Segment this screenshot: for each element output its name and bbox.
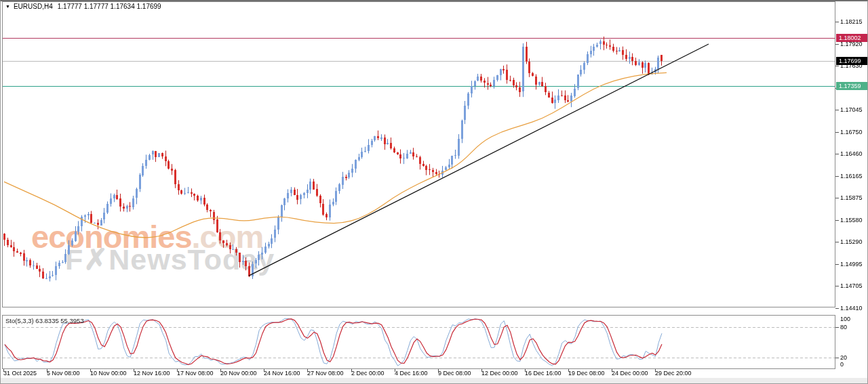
bid-price-tag: 1.17699 (836, 57, 868, 65)
time-tick-label: 24 Nov 16:00 (264, 370, 300, 377)
price-tick-label: 1.14410 (840, 305, 863, 312)
symbol-dropdown-icon[interactable]: ▼ (5, 4, 10, 9)
price-tick-mark (835, 22, 839, 22)
stochastic-label: Sto(5,3,3) 63.8335 55.3953 (5, 317, 84, 324)
price-tick-label: 1.18215 (840, 18, 863, 25)
price-tick-mark (835, 110, 839, 110)
time-tick-label: 29 Dec 20:00 (655, 370, 692, 377)
time-tick-label: 12 Nov 16:00 (134, 370, 170, 377)
price-tick-label: 1.16165 (840, 173, 863, 179)
indicator-tick-label: 20 (840, 354, 847, 361)
price-tick-mark (835, 44, 839, 45)
time-tick-label: 5 Nov 08:00 (47, 370, 80, 377)
time-tick-label: 27 Nov 08:00 (307, 370, 344, 377)
time-tick-label: 16 Dec 16:00 (525, 370, 561, 377)
price-tick-mark (835, 132, 839, 133)
price-tick-mark (835, 308, 839, 309)
time-tick-label: 20 Nov 00:00 (220, 370, 257, 377)
time-tick-label: 24 Dec 00:00 (612, 370, 648, 377)
price-tick-mark (835, 286, 839, 286)
price-tick-mark (835, 154, 839, 154)
price-tick-label: 1.16460 (840, 150, 863, 157)
price-tick-label: 1.15290 (840, 238, 863, 245)
time-tick-label: 12 Dec 00:00 (481, 370, 518, 377)
symbol-timeframe: EURUSD,H4 (14, 3, 53, 10)
support-price-tag: 1.17359 (836, 82, 868, 90)
indicator-tick-label: 100 (840, 316, 850, 322)
price-tick-mark (835, 242, 839, 242)
indicator-tick-mark (835, 358, 839, 358)
price-tick-label: 1.14995 (840, 261, 863, 268)
price-tick-mark (835, 176, 839, 177)
indicator-tick-mark (835, 327, 839, 328)
time-tick-label: 9 Dec 08:00 (438, 370, 471, 377)
time-tick-label: 31 Oct 2025 (3, 370, 37, 377)
ohlc-values: 1.17777 1.17777 1.17634 1.17699 (58, 3, 161, 10)
price-tick-label: 1.17045 (840, 106, 863, 113)
time-tick-label: 17 Nov 08:00 (177, 370, 214, 377)
price-tick-mark (835, 264, 839, 265)
price-tick-label: 1.15875 (840, 194, 863, 201)
chart-window: economies.com F✗NewsToday ▼EURUSD,H41.17… (0, 0, 868, 384)
time-tick-label: 10 Nov 00:00 (90, 370, 127, 377)
price-chart-canvas[interactable] (0, 0, 868, 384)
price-tick-mark (835, 66, 839, 66)
resistance-price-tag: 1.18002 (836, 34, 868, 42)
price-tick-mark (835, 198, 839, 198)
window-bottom-strip (0, 378, 868, 384)
indicator-tick-label: 80 (840, 324, 847, 330)
price-tick-mark (835, 220, 839, 221)
price-tick-label: 1.16750 (840, 129, 863, 135)
chart-title: ▼EURUSD,H41.17777 1.17777 1.17634 1.1769… (5, 3, 161, 10)
price-tick-label: 1.14705 (840, 282, 863, 289)
time-tick-label: 19 Dec 08:00 (568, 370, 605, 377)
indicator-tick-label: 0 (840, 361, 844, 368)
time-tick-label: 2 Dec 00:00 (351, 370, 384, 377)
price-tick-label: 1.15580 (840, 217, 863, 223)
time-tick-label: 4 Dec 16:00 (395, 370, 428, 377)
